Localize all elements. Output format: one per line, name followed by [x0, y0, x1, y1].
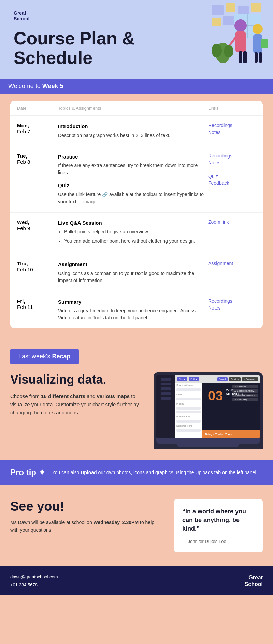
see-you-section: See you! Ms Dawn will be available at sc… — [10, 499, 164, 534]
contact-info: dawn@greatschool.com +01 234 5678 — [10, 573, 58, 589]
col-links: Links — [208, 106, 256, 111]
laptop-toolbar: File ▼ Edit ▼ Saved Preview ↓ Download — [175, 375, 260, 383]
svg-point-13 — [234, 19, 247, 32]
pro-tip-banner: Pro tip ✦ You can also Upload our own ph… — [0, 460, 273, 485]
recap-banner: Last week's Recap — [10, 349, 79, 364]
zoom-link[interactable]: Zoom link — [208, 219, 256, 225]
assignment-link[interactable]: Assignment — [208, 261, 256, 266]
feedback-link[interactable]: Feedback — [208, 180, 256, 186]
activity-number: 03 — [208, 388, 223, 403]
footer-content: See you! Ms Dawn will be available at sc… — [0, 485, 273, 566]
table-row: Thu, Feb 10 Assignment Using icons as a … — [10, 254, 263, 291]
bottom-footer: dawn@greatschool.com +01 234 5678 Great … — [0, 566, 273, 596]
svg-rect-0 — [212, 5, 224, 15]
recordings-link[interactable]: Recordings — [208, 123, 256, 128]
quote-box: “In a world where you can be anything, b… — [174, 499, 263, 552]
footer-logo: Great School — [245, 574, 263, 587]
schedule-table: Date Topics & Assignments Links Mon, Feb… — [10, 101, 263, 328]
sidebar-item — [161, 392, 171, 395]
svg-rect-1 — [226, 3, 235, 12]
table-row: Fri, Feb 11 Summary Video is a great med… — [10, 291, 263, 329]
links-cell: Zoom link — [208, 219, 256, 225]
links-cell: Assignment — [208, 261, 256, 266]
laptop-main: File ▼ Edit ▼ Saved Preview ↓ Download S… — [175, 375, 260, 438]
svg-rect-19 — [255, 52, 258, 63]
quiz-link[interactable]: Quiz — [208, 174, 256, 179]
table-row: Mon, Feb 7 Introduction Description para… — [10, 116, 263, 146]
date-cell: Mon, Feb 7 — [17, 123, 58, 134]
recordings-link[interactable]: Recordings — [208, 153, 256, 159]
canvas-area: Shapes & Icons Lines Photos Photo Frame … — [175, 383, 260, 438]
topic-cell: Assignment Using icons as a companion to… — [58, 261, 208, 284]
links-cell: Recordings Notes — [208, 123, 256, 135]
bullet-list: Bullet points helped to give an overview… — [58, 228, 208, 245]
notes-link[interactable]: Notes — [208, 160, 256, 165]
table-row: Tue, Feb 8 Practice If there are any ext… — [10, 146, 263, 213]
recap-title: Visualizing data. — [10, 372, 143, 387]
topic-cell: Practice If there are any extra sentence… — [58, 153, 208, 205]
notes-link[interactable]: Notes — [208, 305, 256, 311]
links-cell: Recordings Notes — [208, 298, 256, 311]
laptop-base — [156, 438, 260, 444]
laptop-sidebar — [156, 375, 175, 438]
notes-link[interactable]: Notes — [208, 129, 256, 135]
svg-rect-4 — [212, 18, 221, 26]
activity-list: 01 Comprimi... 02 Complete Strategy... 0… — [232, 385, 258, 401]
col-topics: Topics & Assignments — [58, 106, 208, 111]
svg-point-11 — [212, 44, 222, 57]
recordings-link[interactable]: Recordings — [208, 298, 256, 304]
preview-button[interactable]: Preview — [229, 377, 241, 381]
recap-description: Choose from 16 different charts and vari… — [10, 392, 143, 417]
header-illustration — [154, 0, 273, 79]
laptop-stand — [177, 444, 239, 447]
svg-rect-18 — [253, 34, 262, 53]
topic-cell: Live Q&A Session Bullet points helped to… — [58, 219, 208, 247]
canvas-sidebar: Shapes & Icons Lines Photos Photo Frame … — [175, 383, 202, 438]
see-you-heading: See you! — [10, 499, 164, 514]
date-cell: Thu, Feb 10 — [17, 261, 58, 272]
download-button[interactable]: ↓ Download — [242, 377, 258, 381]
svg-rect-5 — [223, 16, 235, 25]
upload-link[interactable]: Upload — [81, 470, 97, 475]
orange-bar: Bring a Tool of Yours → — [202, 430, 260, 438]
svg-rect-21 — [261, 39, 268, 48]
welcome-banner: Welcome to Week 5! — [0, 79, 273, 94]
recap-section: Last week's Recap Visualizing data. Choo… — [0, 339, 273, 460]
date-cell: Fri, Feb 11 — [17, 298, 58, 310]
svg-rect-14 — [235, 31, 246, 52]
sidebar-item — [161, 397, 171, 400]
links-cell: Recordings Notes Quiz Feedback — [208, 153, 256, 186]
topic-cell: Introduction Description paragraph works… — [58, 123, 208, 139]
list-item: 01 Comprimi... — [232, 385, 258, 388]
svg-rect-15 — [239, 51, 242, 63]
table-header: Date Topics & Assignments Links — [10, 101, 263, 116]
date-cell: Tue, Feb 8 — [17, 153, 58, 165]
list-item: Bullet points helped to give an overview… — [64, 228, 208, 235]
toolbar-button[interactable]: Edit ▼ — [189, 377, 199, 381]
see-you-text: Ms Dawn will be available at school on W… — [10, 519, 164, 534]
toolbar-button[interactable]: File ▼ — [177, 377, 187, 381]
laptop-mockup: File ▼ Edit ▼ Saved Preview ↓ Download S… — [154, 372, 263, 449]
quote-text: “In a world where you can be anything, b… — [182, 507, 255, 533]
sidebar-item — [161, 387, 171, 390]
header-section: Great School Course Plan &Sche — [0, 0, 273, 79]
svg-line-22 — [230, 38, 235, 44]
svg-rect-3 — [251, 3, 261, 12]
sidebar-item — [161, 378, 171, 381]
svg-point-12 — [224, 45, 233, 57]
list-item: 04 Rebranding... — [232, 398, 258, 401]
list-item: You can add another point here without c… — [64, 237, 208, 245]
list-item: 03 Welcome Members... — [232, 394, 258, 397]
pro-tip-text: You can also Upload our own photos, icon… — [52, 469, 258, 476]
schedule-container: Date Topics & Assignments Links Mon, Feb… — [0, 94, 273, 339]
save-button[interactable]: Saved — [217, 377, 228, 381]
recap-content: Visualizing data. Choose from 16 differe… — [10, 372, 263, 460]
date-cell: Wed, Feb 9 — [17, 219, 58, 231]
recap-image: File ▼ Edit ▼ Saved Preview ↓ Download S… — [154, 372, 263, 449]
sidebar-item — [161, 383, 171, 385]
canvas-main: 03 MAIN ACTIVITIES 01 Comprimi... 02 Com… — [202, 383, 260, 438]
list-item: 02 Complete Strategy... — [232, 389, 258, 393]
quote-cite: — Jennifer Dukes Lee — [182, 539, 226, 544]
pro-tip-label: Pro tip ✦ — [10, 468, 45, 477]
laptop-screen: File ▼ Edit ▼ Saved Preview ↓ Download S… — [156, 375, 260, 438]
